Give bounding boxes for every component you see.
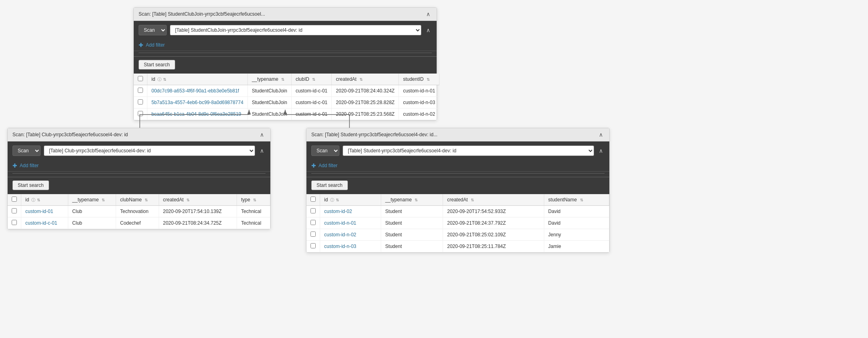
top-panel-header: Scan: [Table] StudentClubJoin-yrrpc3cbf5… [134,8,437,21]
top-table-body: 00dc7c98-a653-4f6f-90a1-ebb3e0e5b81f Stu… [134,85,439,120]
row-id-cell[interactable]: custom-id-n-01 [320,217,381,229]
bottom-left-search-btn-row: Start search [8,177,270,194]
bottom-left-add-filter-row[interactable]: ✚ Add filter [8,160,270,172]
row-studentid-cell: custom-id-n-01 [399,85,439,97]
row-clubid-cell: custom-id-c-01 [291,85,331,97]
row-id-cell[interactable]: custom-id-n-02 [320,229,381,241]
row-checkbox-cell [8,206,21,217]
row-checkbox[interactable] [12,208,17,213]
br-typename-sort-icon: ⇅ [415,198,418,202]
bottom-right-scan-select[interactable]: Scan [311,145,339,156]
row-id-cell[interactable]: custom-id-01 [21,206,68,217]
row-checkbox[interactable] [138,88,143,93]
bl-createdat-sort-icon: ⇅ [186,198,190,202]
br-th-typename[interactable]: __typename ⇅ [381,194,443,206]
bl-th-createdat[interactable]: createdAt ⇅ [159,194,237,206]
br-th-createdat[interactable]: createdAt ⇅ [443,194,544,206]
bottom-right-panel-title: Scan: [Table] Student-yrrpc3cbf5eajecrfe… [311,132,437,137]
bottom-right-toolbar-chevron-icon[interactable]: ∧ [597,147,605,154]
bottom-right-add-filter-label: Add filter [319,163,337,168]
row-checkbox[interactable] [310,231,316,237]
top-studentid-sort-icon: ⇅ [427,77,430,82]
row-createdat-cell: 2020-09-21T08:25:02.109Z [443,229,544,241]
row-id-cell[interactable]: custom-id-n-03 [320,241,381,252]
br-th-checkbox [306,194,320,206]
table-row: 5b7a513a-4557-4eb6-bc99-8a0d69878774 Stu… [134,97,439,109]
row-checkbox[interactable] [310,243,316,248]
top-panel-title: Scan: [Table] StudentClubJoin-yrrpc3cbf5… [139,11,265,17]
table-row: custom-id-c-01 Club Codechef 2020-09-21T… [8,217,270,229]
top-select-all-checkbox[interactable] [138,76,143,81]
top-table-select[interactable]: [Table] StudentClubJoin-yrrpc3cbf5eajecr… [170,25,421,35]
bottom-right-table-select[interactable]: [Table] Student-yrrpc3cbf5eajecrfe6ucsoe… [343,145,594,156]
row-type-cell: Technical [237,206,270,217]
row-clubid-cell: custom-id-c-01 [291,97,331,109]
bottom-left-table-select[interactable]: [Table] Club-yrrpc3cbf5eajecrfe6ucsoel4-… [44,145,255,156]
row-typename-cell: Club [68,206,116,217]
br-th-studentname[interactable]: studentName ⇅ [544,194,609,206]
br-th-id[interactable]: id ⓘ⇅ [320,194,381,206]
bottom-left-toolbar-chevron-icon[interactable]: ∧ [258,147,266,154]
row-id-cell[interactable]: 00dc7c98-a653-4f6f-90a1-ebb3e0e5b81f [147,85,248,97]
top-filter-separator [139,53,432,53]
top-scan-select[interactable]: Scan [139,25,167,35]
bottom-right-panel: Scan: [Table] Student-yrrpc3cbf5eajecrfe… [306,128,610,253]
table-row: custom-id-n-01 Student 2020-09-21T08:24:… [306,217,609,229]
top-th-id[interactable]: id ⓘ⇅ [147,74,248,85]
row-checkbox[interactable] [310,220,316,225]
table-row: custom-id-n-02 Student 2020-09-21T08:25:… [306,229,609,241]
top-panel-collapse-button[interactable]: ∧ [425,11,432,17]
top-id-info-icon: ⓘ [157,77,161,82]
row-id-cell[interactable]: custom-id-c-01 [21,217,68,229]
row-id-cell[interactable]: bcaa645c-b1ca-4b04-8d9c-0f6ea3e28519 [147,109,248,120]
bottom-left-panel-collapse-button[interactable]: ∧ [258,131,266,138]
row-studentname-cell: Jamie [544,241,609,252]
row-clubname-cell: Technovation [116,206,159,217]
top-data-table: id ⓘ⇅ __typename ⇅ clubID ⇅ createdAt ⇅ … [134,74,439,120]
bl-id-info-icon: ⓘ [31,198,35,202]
row-id-cell[interactable]: 5b7a513a-4557-4eb6-bc99-8a0d69878774 [147,97,248,109]
row-createdat-cell: 2020-09-20T17:54:52.933Z [443,206,544,217]
bl-select-all-checkbox[interactable] [12,197,17,202]
bl-type-sort-icon: ⇅ [253,198,256,202]
row-checkbox[interactable] [12,220,17,225]
bottom-left-toolbar: Scan [Table] Club-yrrpc3cbf5eajecrfe6ucs… [8,141,270,160]
row-studentname-cell: David [544,206,609,217]
top-toolbar-chevron-icon[interactable]: ∧ [425,27,432,33]
bottom-left-scan-select[interactable]: Scan [12,145,41,156]
bottom-right-add-filter-row[interactable]: ✚ Add filter [306,160,609,172]
row-createdat-cell: 2020-09-21T08:24:34.725Z [159,217,237,229]
row-createdat-cell: 2020-09-21T08:25:11.784Z [443,241,544,252]
row-checkbox-cell [306,206,320,217]
bl-th-clubname[interactable]: clubName ⇅ [116,194,159,206]
top-id-sort-icon: ⇅ [163,77,166,82]
bottom-left-table-body: custom-id-01 Club Technovation 2020-09-2… [8,206,270,229]
br-createdat-sort-icon: ⇅ [471,198,474,202]
bottom-right-panel-collapse-button[interactable]: ∧ [597,131,605,138]
top-add-filter-row[interactable]: ✚ Add filter [134,39,437,51]
top-th-typename[interactable]: __typename ⇅ [247,74,291,85]
bottom-left-panel-title: Scan: [Table] Club-yrrpc3cbf5eajecrfe6uc… [12,132,128,137]
bottom-left-start-search-button[interactable]: Start search [12,180,49,190]
bottom-left-plus-icon: ✚ [12,162,17,169]
br-select-all-checkbox[interactable] [310,197,316,202]
row-checkbox-cell [306,217,320,229]
bl-th-type[interactable]: type ⇅ [237,194,270,206]
top-th-studentid[interactable]: studentID ⇅ [399,74,439,85]
row-createdat-cell: 2020-09-21T08:25:23.568Z [332,109,399,120]
row-checkbox[interactable] [138,111,143,116]
row-checkbox[interactable] [310,208,316,213]
top-th-createdat[interactable]: createdAt ⇅ [332,74,399,85]
top-createdat-sort-icon: ⇅ [359,77,363,82]
row-id-cell[interactable]: custom-id-02 [320,206,381,217]
top-add-filter-label: Add filter [146,42,165,48]
row-checkbox[interactable] [138,99,143,104]
top-th-clubid[interactable]: clubID ⇅ [291,74,331,85]
bottom-right-start-search-button[interactable]: Start search [311,180,348,190]
row-studentid-cell: custom-id-n-03 [399,97,439,109]
bl-th-id[interactable]: id ⓘ⇅ [21,194,68,206]
bl-th-typename[interactable]: __typename ⇅ [68,194,116,206]
top-start-search-button[interactable]: Start search [139,60,175,70]
row-typename-cell: StudentClubJoin [247,97,291,109]
table-row: 00dc7c98-a653-4f6f-90a1-ebb3e0e5b81f Stu… [134,85,439,97]
